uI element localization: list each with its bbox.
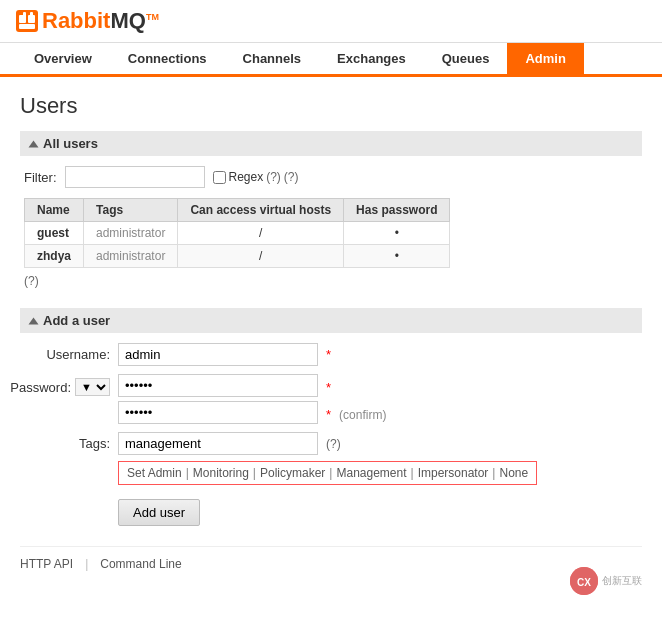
svg-text:CX: CX [577, 577, 591, 588]
svg-rect-3 [19, 24, 35, 29]
user-name-zhdya[interactable]: zhdya [25, 245, 84, 268]
sep5: | [492, 466, 495, 480]
page-title: Users [20, 93, 642, 119]
confirm-required: * [326, 403, 331, 422]
add-user-label: Add a user [43, 313, 110, 328]
username-row: Username: * [20, 343, 642, 366]
col-vhosts: Can access virtual hosts [178, 199, 344, 222]
add-button-row: Add user [20, 493, 642, 526]
nav-admin[interactable]: Admin [507, 43, 583, 74]
regex-help1[interactable]: (?) [266, 170, 281, 184]
user-vhosts-guest: / [178, 222, 344, 245]
logo: RabbitMQTM [16, 8, 159, 34]
sep2: | [253, 466, 256, 480]
footer-links: HTTP API | Command Line [20, 546, 642, 571]
rabbitmq-logo-icon [16, 10, 38, 32]
main-nav: Overview Connections Channels Exchanges … [0, 43, 662, 77]
filter-label: Filter: [24, 170, 57, 185]
table-row: guest administrator / • [25, 222, 450, 245]
bottom-bar: CX 创新互联 [0, 587, 662, 603]
password-label: Password: ▼ [20, 374, 110, 396]
user-password-guest: • [344, 222, 450, 245]
tag-hint-set-admin[interactable]: Set Admin [127, 466, 182, 480]
tags-input[interactable] [118, 432, 318, 455]
user-name-guest[interactable]: guest [25, 222, 84, 245]
filter-input[interactable] [65, 166, 205, 188]
sep3: | [329, 466, 332, 480]
password-input[interactable] [118, 374, 318, 397]
svg-rect-4 [23, 12, 26, 17]
tag-hint-impersonator[interactable]: Impersonator [418, 466, 489, 480]
nav-queues[interactable]: Queues [424, 43, 508, 74]
watermark-text: 创新互联 [602, 574, 642, 588]
table-row: zhdya administrator / • [25, 245, 450, 268]
regex-help2[interactable]: (?) [284, 170, 299, 184]
filter-row: Filter: Regex (?) (?) [20, 166, 642, 188]
tag-hint-policymaker[interactable]: Policymaker [260, 466, 325, 480]
add-user-header: Add a user [20, 308, 642, 333]
command-line-link[interactable]: Command Line [100, 557, 181, 571]
watermark: CX 创新互联 [570, 567, 642, 595]
user-vhosts-zhdya: / [178, 245, 344, 268]
tag-hint-management[interactable]: Management [336, 466, 406, 480]
col-has-password: Has password [344, 199, 450, 222]
all-users-header: All users [20, 131, 642, 156]
nav-overview[interactable]: Overview [16, 43, 110, 74]
user-password-zhdya: • [344, 245, 450, 268]
table-help-link[interactable]: (?) [24, 274, 39, 288]
header: RabbitMQTM [0, 0, 662, 43]
password-required: * [326, 376, 331, 395]
tags-label: Tags: [20, 432, 110, 451]
user-tags-zhdya: administrator [84, 245, 178, 268]
tag-hint-none[interactable]: None [499, 466, 528, 480]
add-user-section: Add a user Username: * Password: ▼ * [20, 308, 642, 526]
password-confirm-input[interactable] [118, 401, 318, 424]
nav-channels[interactable]: Channels [225, 43, 320, 74]
tags-help[interactable]: (?) [326, 437, 341, 451]
add-button-spacer [20, 493, 110, 497]
add-user-button[interactable]: Add user [118, 499, 200, 526]
logo-tm: TM [146, 12, 159, 22]
password-row: Password: ▼ * * (confirm) [20, 374, 642, 424]
regex-label: Regex [229, 170, 264, 184]
footer-separator: | [85, 557, 88, 571]
collapse-icon[interactable] [29, 140, 39, 147]
nav-connections[interactable]: Connections [110, 43, 225, 74]
user-tags-guest: administrator [84, 222, 178, 245]
nav-exchanges[interactable]: Exchanges [319, 43, 424, 74]
all-users-section: All users Filter: Regex (?) (?) Name Tag… [20, 131, 642, 288]
tag-hints-container: Set Admin | Monitoring | Policymaker | M… [118, 461, 537, 485]
tag-hint-monitoring[interactable]: Monitoring [193, 466, 249, 480]
table-help: (?) [20, 274, 642, 288]
sep1: | [186, 466, 189, 480]
regex-checkbox[interactable] [213, 171, 226, 184]
password-inputs: * * (confirm) [118, 374, 386, 424]
svg-rect-5 [30, 12, 33, 17]
users-table: Name Tags Can access virtual hosts Has p… [24, 198, 450, 268]
tags-row: Tags: (?) Set Admin | Monitoring | Polic… [20, 432, 642, 485]
logo-text: RabbitMQTM [42, 8, 159, 34]
col-name: Name [25, 199, 84, 222]
http-api-link[interactable]: HTTP API [20, 557, 73, 571]
username-label: Username: [20, 343, 110, 362]
sep4: | [411, 466, 414, 480]
password-type-select[interactable]: ▼ [75, 378, 110, 396]
username-input[interactable] [118, 343, 318, 366]
col-tags: Tags [84, 199, 178, 222]
confirm-label: (confirm) [339, 404, 386, 422]
regex-checkbox-group: Regex (?) (?) [213, 170, 299, 184]
page-content: Users All users Filter: Regex (?) (?) Na… [0, 77, 662, 587]
all-users-label: All users [43, 136, 98, 151]
username-required: * [326, 343, 331, 362]
watermark-logo-icon: CX [570, 567, 598, 595]
add-user-collapse-icon[interactable] [29, 317, 39, 324]
